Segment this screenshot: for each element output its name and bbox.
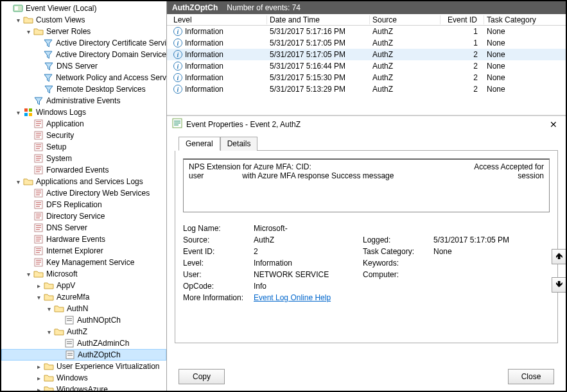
info-icon: i xyxy=(173,38,182,47)
tree-item-windows-logs[interactable]: ▾Windows Logs xyxy=(1,107,166,118)
chevron-down-icon[interactable]: ▾ xyxy=(45,328,53,336)
tree-item-forwarded-events[interactable]: ▸Forwarded Events xyxy=(1,164,166,176)
chevron-right-icon[interactable]: ▸ xyxy=(35,374,42,382)
tree-item-authn[interactable]: ▾AuthN xyxy=(1,303,166,314)
log-icon xyxy=(33,200,44,210)
tree-item-windows[interactable]: ▸Windows xyxy=(1,372,166,384)
col-level[interactable]: Level xyxy=(171,15,267,24)
svg-rect-3 xyxy=(29,108,32,112)
chevron-down-icon[interactable]: ▾ xyxy=(14,178,22,185)
tree-pane: ▸Event Viewer (Local)▾Custom Views▾Serve… xyxy=(1,1,167,391)
svg-rect-47 xyxy=(36,248,41,249)
tree-item-active-directory-domain-service[interactable]: ▸Active Directory Domain Service xyxy=(1,49,166,60)
folder-icon xyxy=(44,373,54,383)
grid-header[interactable]: Level Date and Time Source Event ID Task… xyxy=(167,14,566,26)
value-logged: 5/31/2017 5:17:05 PM xyxy=(433,235,543,244)
tree-item-appv[interactable]: ▸AppV xyxy=(1,280,166,291)
table-row[interactable]: iInformation5/31/2017 5:17:05 PMAuthZ1No… xyxy=(167,37,566,49)
event-grid[interactable]: Level Date and Time Source Event ID Task… xyxy=(167,14,566,115)
link-online-help[interactable]: Event Log Online Help xyxy=(254,293,331,302)
nav-down-button[interactable]: 🡻 xyxy=(552,277,567,293)
svg-rect-13 xyxy=(36,137,40,137)
value-computer xyxy=(433,270,543,279)
svg-rect-20 xyxy=(36,158,41,158)
tree-item-hardware-events[interactable]: ▸Hardware Events xyxy=(1,234,166,245)
tree-item-internet-explorer[interactable]: ▸Internet Explorer xyxy=(1,245,166,257)
svg-rect-21 xyxy=(36,160,40,160)
chevron-down-icon[interactable]: ▾ xyxy=(24,28,32,35)
value-logname: Microsoft- xyxy=(254,224,363,233)
tree-item-authnoptch[interactable]: ▸AuthNOptCh xyxy=(1,314,166,326)
tree-item-server-roles[interactable]: ▾Server Roles xyxy=(1,26,166,37)
table-row[interactable]: iInformation5/31/2017 5:17:05 PMAuthZ2No… xyxy=(167,49,566,60)
nav-up-button[interactable]: 🡹 xyxy=(552,249,567,264)
svg-rect-15 xyxy=(36,144,41,145)
info-icon: i xyxy=(173,62,182,71)
chevron-down-icon[interactable]: ▾ xyxy=(35,293,42,301)
cell-level: Information xyxy=(185,50,223,59)
tab-general[interactable]: General xyxy=(179,137,220,151)
cell-date: 5/31/2017 5:16:44 PM xyxy=(267,62,370,71)
table-row[interactable]: iInformation5/31/2017 5:15:30 PMAuthZ2No… xyxy=(167,72,566,83)
tree-item-directory-service[interactable]: ▸Directory Service xyxy=(1,210,166,222)
tree-item-dns-server[interactable]: ▸DNS Server xyxy=(1,222,166,234)
svg-rect-31 xyxy=(36,202,41,203)
close-icon[interactable]: ✕ xyxy=(546,119,561,130)
tree-item-label: DNS Server xyxy=(46,223,87,232)
chevron-right-icon[interactable]: ▸ xyxy=(35,386,42,391)
cell-source: AuthZ xyxy=(370,73,441,82)
svg-rect-7 xyxy=(36,121,41,122)
tree-item-key-management-service[interactable]: ▸Key Management Service xyxy=(1,257,166,268)
chevron-right-icon[interactable]: ▸ xyxy=(35,362,42,370)
tab-details[interactable]: Details xyxy=(220,137,258,151)
tree-item-security[interactable]: ▸Security xyxy=(1,130,166,141)
tree-item-windowsazure[interactable]: ▸WindowsAzure xyxy=(1,384,166,391)
tree-item-custom-views[interactable]: ▾Custom Views xyxy=(1,14,166,26)
chevron-down-icon[interactable]: ▾ xyxy=(24,270,32,278)
msg-line2-right: session xyxy=(518,171,544,180)
chevron-down-icon[interactable]: ▾ xyxy=(14,108,22,116)
tree-item-setup[interactable]: ▸Setup xyxy=(1,141,166,153)
tree-item-label: Active Directory Domain Service xyxy=(56,50,166,59)
chevron-right-icon[interactable]: ▸ xyxy=(35,282,42,289)
tree-item-authz[interactable]: ▾AuthZ xyxy=(1,326,166,337)
label-task: Task Category: xyxy=(363,247,433,256)
winlogs-icon xyxy=(23,107,33,117)
copy-button[interactable]: Copy xyxy=(179,369,225,384)
tree-item-label: WindowsAzure xyxy=(57,385,108,391)
tree-item-application[interactable]: ▸Application xyxy=(1,118,166,130)
close-button[interactable]: Close xyxy=(508,369,554,384)
tree-item-system[interactable]: ▸System xyxy=(1,153,166,164)
cell-eventid: 2 xyxy=(441,73,484,82)
svg-rect-37 xyxy=(36,217,40,218)
tree-item-network-policy-and-access-serv[interactable]: ▸Network Policy and Access Serv xyxy=(1,72,166,83)
cell-date: 5/31/2017 5:17:05 PM xyxy=(267,50,370,59)
chevron-down-icon[interactable]: ▾ xyxy=(14,16,22,24)
tree-item-dns-server[interactable]: ▸DNS Server xyxy=(1,60,166,72)
chevron-down-icon[interactable]: ▾ xyxy=(45,305,53,312)
tree-item-authzadminch[interactable]: ▸AuthZAdminCh xyxy=(1,337,166,349)
tree-item-active-directory-web-services[interactable]: ▸Active Directory Web Services xyxy=(1,187,166,199)
tree-item-dfs-replication[interactable]: ▸DFS Replication xyxy=(1,199,166,210)
tree-item-active-directory-certificate-servi[interactable]: ▸Active Directory Certificate Servi xyxy=(1,37,166,49)
svg-rect-53 xyxy=(36,264,40,264)
col-task[interactable]: Task Category xyxy=(484,15,566,24)
col-eventid[interactable]: Event ID xyxy=(441,15,484,24)
tree-item-administrative-events[interactable]: ▸Administrative Events xyxy=(1,95,166,107)
tree-item-applications-and-services-logs[interactable]: ▾Applications and Services Logs xyxy=(1,176,166,187)
table-row[interactable]: iInformation5/31/2017 5:16:44 PMAuthZ2No… xyxy=(167,60,566,72)
svg-rect-36 xyxy=(36,216,41,216)
filter-icon xyxy=(44,84,54,94)
tree-item-azuremfa[interactable]: ▾AzureMfa xyxy=(1,291,166,303)
tree-item-microsoft[interactable]: ▾Microsoft xyxy=(1,268,166,280)
tree-item-remote-desktop-services[interactable]: ▸Remote Desktop Services xyxy=(1,83,166,95)
tree-item-authzoptch[interactable]: ▸AuthZOptCh xyxy=(1,349,166,361)
tree-item-event-viewer-local[interactable]: ▸Event Viewer (Local) xyxy=(1,3,166,14)
col-date[interactable]: Date and Time xyxy=(267,15,370,24)
oplog-icon xyxy=(64,315,74,325)
table-row[interactable]: iInformation5/31/2017 5:17:16 PMAuthZ1No… xyxy=(167,26,566,37)
tree-item-label: Application xyxy=(46,119,84,128)
col-source[interactable]: Source xyxy=(370,15,441,24)
tree-item-user-experience-virtualization[interactable]: ▸User Experience Virtualization xyxy=(1,361,166,372)
table-row[interactable]: iInformation5/31/2017 5:13:29 PMAuthZ2No… xyxy=(167,83,566,95)
